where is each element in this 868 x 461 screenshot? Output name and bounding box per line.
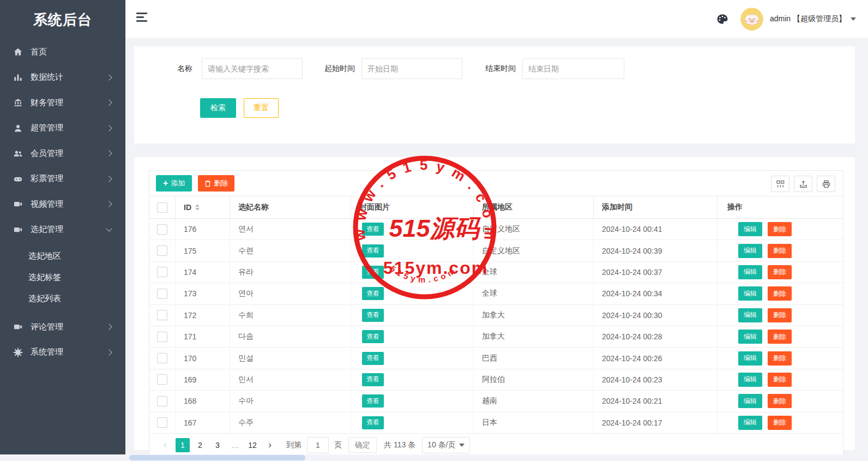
page-button-12[interactable]: 12 [245,438,260,452]
sidebar-item-comments[interactable]: 评论管理 [0,314,125,340]
view-cover-button[interactable]: 查看 [362,330,384,343]
per-page-select[interactable]: 10 条/页 [422,437,470,453]
video-camera-icon [13,225,23,235]
view-cover-button[interactable]: 查看 [362,394,384,408]
sidebar-item-xuanfei[interactable]: 选妃管理 [0,217,125,243]
table-row: 169 민서 查看 阿拉伯 2024-10-24 00:23 编辑 删除 [149,369,843,391]
view-cover-button[interactable]: 查看 [362,416,384,429]
page-button-1[interactable]: 1 [176,438,190,452]
sidebar-item-system[interactable]: 系统管理 [0,340,125,366]
row-checkbox[interactable] [157,417,167,428]
row-delete-button[interactable]: 删除 [768,394,792,408]
row-checkbox[interactable] [157,332,167,342]
row-checkbox[interactable] [157,246,167,256]
row-delete-button[interactable]: 删除 [768,308,792,322]
gear-icon [13,348,23,357]
view-cover-button[interactable]: 查看 [362,287,384,300]
row-time: 2024-10-24 00:30 [602,311,662,320]
view-cover-button[interactable]: 查看 [362,373,384,386]
sidebar-item-stats[interactable]: 数据统计 [0,65,125,91]
row-region: 越南 [482,396,497,406]
sidebar-item-video[interactable]: 视频管理 [0,191,125,217]
row-delete-button[interactable]: 删除 [768,351,792,366]
edit-button[interactable]: 编辑 [738,244,762,258]
page-button-2[interactable]: 2 [193,438,207,452]
row-delete-button[interactable]: 删除 [768,265,792,279]
edit-button[interactable]: 编辑 [738,416,762,430]
sidebar-item-label: 首页 [31,47,125,57]
row-region: 自定义地区 [482,224,520,234]
goto-page-input[interactable] [307,437,329,453]
chevron-right-icon [106,324,112,330]
prev-page-button[interactable]: ‹ [158,438,172,452]
start-date-input[interactable] [361,58,462,79]
edit-button[interactable]: 编辑 [738,265,762,279]
column-name: 选妃名称 [230,196,351,218]
view-cover-button[interactable]: 查看 [362,244,384,258]
view-cover-button[interactable]: 查看 [362,223,384,236]
user-name[interactable]: admin 【超级管理员】 [770,14,846,24]
sidebar-subitem-region[interactable]: 选妃地区 [0,246,125,267]
filter-columns-icon[interactable] [771,176,789,192]
horizontal-scrollbar-thumb[interactable] [129,455,305,460]
sidebar-subitem-tag[interactable]: 选妃标签 [0,267,125,288]
row-delete-button[interactable]: 删除 [768,222,792,236]
row-delete-button[interactable]: 删除 [768,373,792,387]
search-button[interactable]: 检索 [200,98,236,118]
chevron-right-icon [106,100,112,106]
row-name: 수아 [238,396,254,406]
row-delete-button[interactable]: 删除 [768,244,792,258]
view-cover-button[interactable]: 查看 [362,309,384,322]
row-delete-button[interactable]: 删除 [768,416,792,430]
row-checkbox[interactable] [157,289,167,299]
edit-button[interactable]: 编辑 [738,222,762,236]
avatar[interactable] [740,8,763,31]
view-cover-button[interactable]: 查看 [362,266,384,279]
add-button[interactable]: + 添加 [156,175,192,191]
theme-palette-icon[interactable] [716,13,728,25]
batch-delete-button[interactable]: 删除 [198,175,234,191]
sidebar-item-finance[interactable]: 财务管理 [0,90,125,116]
end-date-input[interactable] [522,58,624,79]
chevron-right-icon [106,176,112,182]
edit-button[interactable]: 编辑 [738,308,762,322]
next-page-button[interactable]: › [263,438,277,452]
reset-button[interactable]: 重置 [244,98,279,118]
row-delete-button[interactable]: 删除 [768,330,792,344]
sort-icon[interactable] [195,204,200,211]
row-time: 2024-10-24 00:39 [602,247,662,255]
edit-button[interactable]: 编辑 [738,330,762,344]
select-all-checkbox[interactable] [157,202,167,213]
edit-button[interactable]: 编辑 [738,373,762,387]
row-checkbox[interactable] [157,353,167,363]
row-checkbox[interactable] [157,224,167,235]
edit-button[interactable]: 编辑 [738,351,762,366]
video-camera-icon [13,322,23,332]
page-button-3[interactable]: 3 [210,438,225,452]
row-delete-button[interactable]: 删除 [768,286,792,301]
topbar: admin 【超级管理员】 [125,0,868,38]
row-checkbox[interactable] [157,374,167,385]
column-id[interactable]: ID [176,196,230,218]
view-cover-button[interactable]: 查看 [362,352,384,365]
print-icon[interactable] [817,176,835,192]
goto-confirm-button[interactable]: 确定 [348,438,377,453]
sidebar-item-home[interactable]: 首页 [0,39,125,65]
sidebar-subitem-list[interactable]: 选妃列表 [0,288,125,309]
user-area: admin 【超级管理员】 [716,0,856,38]
sidebar-item-admins[interactable]: 超管管理 [0,116,125,141]
row-region: 加拿大 [482,332,505,342]
menu-toggle-icon[interactable] [136,13,148,25]
row-checkbox[interactable] [157,310,167,320]
sidebar-item-lottery[interactable]: 彩票管理 [0,166,125,192]
sidebar-item-members[interactable]: 会员管理 [0,141,125,166]
edit-button[interactable]: 编辑 [738,394,762,408]
row-checkbox[interactable] [157,396,167,406]
name-filter-input[interactable] [202,58,303,79]
row-checkbox[interactable] [157,267,167,277]
user-dropdown-caret-icon[interactable] [851,17,856,21]
sidebar: 系统后台 首页 数据统计 财务管理 超管管理 [0,0,125,454]
edit-button[interactable]: 编辑 [738,286,762,301]
total-count: 共 113 条 [384,440,415,450]
export-icon[interactable] [794,176,812,192]
